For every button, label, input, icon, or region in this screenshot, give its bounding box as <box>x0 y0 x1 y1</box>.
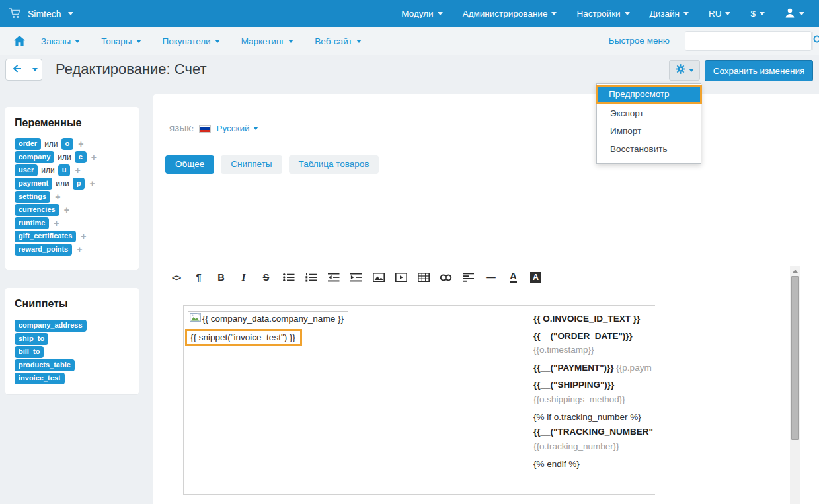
scrollbar-thumb[interactable] <box>791 276 799 440</box>
template-line: {{__("SHIPPING")}} <box>533 379 655 390</box>
variable-pill[interactable]: runtime <box>15 217 49 229</box>
quick-search-input[interactable] <box>685 32 812 50</box>
variable-pill[interactable]: company <box>15 151 54 163</box>
snippet-pill[interactable]: invoice_test <box>15 373 65 384</box>
nav-website[interactable]: Веб-сайт <box>315 36 362 46</box>
nav-products[interactable]: Товары <box>101 36 141 46</box>
plus-icon[interactable]: + <box>81 231 86 242</box>
variable-pill[interactable]: reward_points <box>15 244 72 256</box>
variable-pill[interactable]: currencies <box>15 204 59 216</box>
plus-icon[interactable]: + <box>55 192 60 202</box>
plus-icon[interactable]: + <box>75 165 80 176</box>
menu-item-import[interactable]: Импорт <box>597 122 701 140</box>
snippet-highlight-box[interactable]: {{ snippet("invoice_test") }} <box>185 329 302 346</box>
tab-general[interactable]: Общее <box>165 155 214 174</box>
nav-customers[interactable]: Покупатели <box>163 36 220 46</box>
variable-pill[interactable]: user <box>15 164 38 176</box>
chevron-down-icon <box>625 12 630 18</box>
template-table-cell-left[interactable]: {{ company_data.company_name }} {{ snipp… <box>184 306 527 494</box>
plus-icon[interactable]: + <box>89 178 95 189</box>
menu-item-export[interactable]: Экспорт <box>597 104 701 122</box>
menu-item-restore[interactable]: Восстановить <box>597 140 701 158</box>
company-logo-placeholder[interactable]: {{ company_data.company_name }} <box>188 311 348 326</box>
indent-icon[interactable] <box>349 270 363 285</box>
paragraph-format-icon[interactable]: ¶ <box>192 270 206 285</box>
gear-dropdown-button[interactable] <box>669 60 700 81</box>
bold-icon[interactable]: B <box>214 270 228 285</box>
save-changes-button[interactable]: Сохранить изменения <box>705 60 813 81</box>
unordered-list-icon[interactable] <box>282 270 295 285</box>
chevron-down-icon <box>438 12 443 18</box>
strikethrough-icon[interactable]: S <box>259 270 273 285</box>
search-icon <box>813 35 819 48</box>
variables-title: Переменные <box>15 117 139 129</box>
menu-design[interactable]: Дизайн <box>650 9 689 18</box>
template-table: {{ company_data.company_name }} {{ snipp… <box>183 305 655 495</box>
variables-panel: Переменные orderилиo+ companyилиc+ userи… <box>5 107 139 270</box>
insert-video-icon[interactable] <box>394 270 408 285</box>
search-button[interactable] <box>812 32 819 50</box>
insert-link-icon[interactable] <box>439 270 453 285</box>
snippet-row: products_table <box>15 358 139 371</box>
home-icon[interactable] <box>14 36 25 48</box>
variables-list: orderилиo+ companyилиc+ userилиu+ paymen… <box>15 137 139 256</box>
language-row: ЯЗЫК: Русский <box>169 124 258 133</box>
nav-orders[interactable]: Заказы <box>41 36 80 46</box>
snippets-list: company_address ship_to bill_to products… <box>15 318 139 384</box>
template-line: {{__("PAYMENT")}} {{p.paym <box>533 362 655 373</box>
variable-pill[interactable]: gift_certificates <box>15 231 76 242</box>
text-color-icon[interactable]: A <box>506 270 520 285</box>
snippet-row: bill_to <box>15 345 139 358</box>
ordered-list-icon[interactable] <box>304 270 318 285</box>
menu-currency[interactable]: $ <box>750 9 765 18</box>
top-menu: Модули Администрирование Настройки Дизай… <box>401 0 804 27</box>
template-line: {{o.timestamp}} <box>533 344 655 355</box>
template-table-cell-right[interactable]: {{ O.INVOICE_ID_TEXT }} {{__("ORDER_DATE… <box>527 306 655 494</box>
plus-icon[interactable]: + <box>91 152 97 162</box>
variable-pill[interactable]: settings <box>15 191 50 203</box>
variable-alias-pill[interactable]: c <box>75 151 87 163</box>
quick-menu-link[interactable]: Быстрое меню <box>609 27 670 55</box>
align-icon[interactable] <box>461 270 475 285</box>
variable-alias-pill[interactable]: o <box>61 138 74 150</box>
variable-pill[interactable]: payment <box>15 178 52 190</box>
variable-pill[interactable]: order <box>15 138 41 150</box>
plus-icon[interactable]: + <box>77 244 82 255</box>
menu-settings[interactable]: Настройки <box>576 9 629 18</box>
main-navbar: Заказы Товары Покупатели Маркетинг Веб-с… <box>0 27 819 55</box>
snippet-pill[interactable]: bill_to <box>15 346 44 358</box>
back-button[interactable] <box>5 59 28 81</box>
menu-item-preview[interactable]: Предпросмотр <box>596 85 702 104</box>
plus-icon[interactable]: + <box>78 139 83 149</box>
insert-table-icon[interactable] <box>416 270 430 285</box>
insert-image-icon[interactable] <box>371 270 385 285</box>
menu-modules[interactable]: Модули <box>401 9 442 18</box>
menu-language[interactable]: RU <box>709 9 731 18</box>
brand-menu[interactable]: Simtech <box>9 0 73 27</box>
gear-dropdown-menu: Предпросмотр Экспорт Импорт Восстановить <box>596 83 701 164</box>
snippet-pill[interactable]: ship_to <box>15 333 48 345</box>
italic-icon[interactable]: I <box>237 270 251 285</box>
plus-icon[interactable]: + <box>54 218 59 229</box>
back-dropdown-button[interactable] <box>28 59 42 81</box>
snippet-row: ship_to <box>15 332 139 345</box>
tab-snippets[interactable]: Сниппеты <box>221 155 282 174</box>
language-selector[interactable]: Русский <box>216 124 258 133</box>
scrollbar-up-button[interactable] <box>790 266 800 275</box>
snippets-title: Сниппеты <box>15 298 139 310</box>
plus-icon[interactable]: + <box>64 205 69 215</box>
menu-account[interactable] <box>785 8 804 20</box>
nav-marketing[interactable]: Маркетинг <box>241 36 294 46</box>
variable-alias-pill[interactable]: p <box>73 178 85 190</box>
tab-products-table[interactable]: Таблица товаров <box>289 155 379 174</box>
snippet-pill[interactable]: company_address <box>15 320 87 332</box>
editor-scrollbar[interactable] <box>790 266 800 504</box>
user-icon <box>785 8 795 20</box>
menu-administration[interactable]: Администрирование <box>463 9 557 18</box>
background-color-icon[interactable]: A <box>529 270 543 285</box>
horizontal-rule-icon[interactable]: — <box>484 270 498 285</box>
snippet-pill[interactable]: products_table <box>15 359 75 371</box>
outdent-icon[interactable] <box>327 270 340 285</box>
variable-alias-pill[interactable]: u <box>58 164 71 176</box>
code-view-icon[interactable]: <> <box>169 270 183 285</box>
